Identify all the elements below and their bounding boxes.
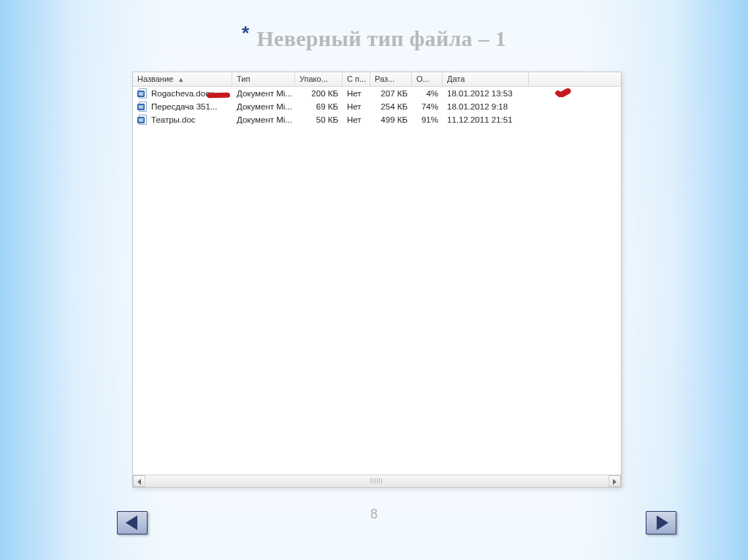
file-pct: 74%	[412, 102, 443, 111]
file-sp: Нет	[343, 102, 370, 111]
scroll-left-button[interactable]	[133, 475, 145, 487]
red-marker-annotation	[207, 93, 230, 99]
sort-asc-icon: ▲	[178, 76, 184, 83]
file-size: 207 КБ	[370, 89, 412, 98]
file-pct: 91%	[412, 115, 443, 124]
file-type: Документ Mi...	[232, 115, 295, 124]
triangle-left-icon	[126, 515, 137, 530]
file-packed: 200 КБ	[295, 89, 343, 98]
file-sp: Нет	[343, 89, 370, 98]
slide-title-block: * Неверный тип файла – 1	[0, 26, 748, 51]
word-doc-icon: W	[137, 101, 148, 112]
file-name: Пересдача 351...	[151, 102, 217, 111]
file-date: 18.01.2012 9:18	[443, 102, 529, 111]
file-type: Документ Mi...	[232, 89, 295, 98]
chevron-left-icon	[137, 479, 141, 485]
file-size: 254 КБ	[370, 102, 412, 111]
file-packed: 69 КБ	[295, 102, 343, 111]
file-name: Rogacheva.docx	[151, 89, 214, 98]
scroll-right-button[interactable]	[608, 475, 621, 487]
col-header-name-label: Название	[137, 74, 173, 83]
word-doc-icon: W	[137, 88, 148, 99]
file-size: 499 КБ	[370, 115, 412, 124]
file-type: Документ Mi...	[232, 102, 295, 111]
col-header-type[interactable]: Тип	[232, 72, 295, 86]
file-date: 18.01.2012 13:53	[443, 89, 529, 98]
slide-title: Неверный тип файла – 1	[256, 26, 506, 50]
file-sp: Нет	[343, 115, 370, 124]
file-name: Театры.doc	[151, 115, 196, 124]
chevron-right-icon	[613, 479, 617, 485]
next-slide-button[interactable]	[646, 511, 676, 534]
col-header-sp[interactable]: С п...	[343, 72, 370, 86]
red-check-annotation	[555, 88, 573, 99]
col-header-pct[interactable]: О...	[412, 72, 443, 86]
file-pct: 4%	[412, 89, 443, 98]
prev-slide-button[interactable]	[117, 511, 148, 534]
scroll-track[interactable]	[145, 475, 608, 487]
col-header-size[interactable]: Раз...	[370, 72, 412, 86]
word-doc-icon: W	[137, 115, 148, 126]
col-header-date[interactable]: Дата	[443, 72, 529, 86]
asterisk-icon: *	[242, 22, 249, 45]
horizontal-scrollbar[interactable]	[133, 475, 621, 487]
table-row[interactable]: W Театры.doc Документ Mi... 50 КБ Нет 49…	[133, 113, 621, 126]
file-date: 11.12.2011 21:51	[443, 115, 529, 124]
file-rows: W Rogacheva.docx Документ Mi... 200 КБ Н…	[133, 87, 621, 126]
col-header-name[interactable]: Название ▲	[133, 72, 232, 86]
table-row[interactable]: W Rogacheva.docx Документ Mi... 200 КБ Н…	[133, 87, 621, 100]
table-row[interactable]: W Пересдача 351... Документ Mi... 69 КБ …	[133, 100, 621, 113]
triangle-right-icon	[657, 515, 668, 530]
column-header-row: Название ▲ Тип Упако... С п... Раз... О.…	[133, 72, 621, 87]
col-header-packed[interactable]: Упако...	[295, 72, 343, 86]
page-number: 8	[0, 507, 748, 522]
scroll-grip-icon	[370, 478, 383, 483]
file-packed: 50 КБ	[295, 115, 343, 124]
file-list-panel: Название ▲ Тип Упако... С п... Раз... О.…	[132, 72, 622, 488]
